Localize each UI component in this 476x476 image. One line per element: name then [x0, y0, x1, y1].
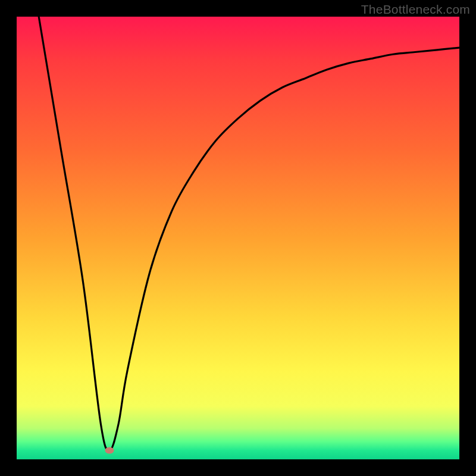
bottleneck-curve: [17, 17, 459, 459]
watermark-text: TheBottleneck.com: [361, 2, 470, 17]
minimum-marker: [105, 447, 114, 454]
chart-frame: TheBottleneck.com: [0, 0, 476, 476]
plot-area: [17, 17, 459, 459]
